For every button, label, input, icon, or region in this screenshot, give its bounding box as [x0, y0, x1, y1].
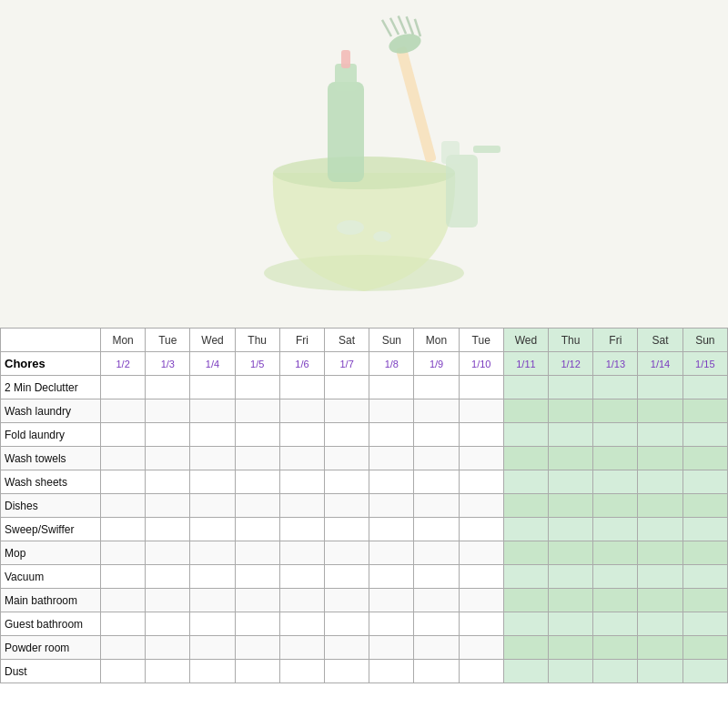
- chore-cell[interactable]: [235, 376, 279, 399]
- chore-cell[interactable]: [549, 565, 593, 589]
- chore-cell[interactable]: [369, 470, 414, 494]
- chore-cell[interactable]: [503, 541, 548, 565]
- chore-cell[interactable]: [682, 589, 727, 612]
- chore-cell[interactable]: [325, 447, 369, 470]
- chore-cell[interactable]: [549, 399, 593, 423]
- chore-cell[interactable]: [235, 565, 279, 589]
- chore-cell[interactable]: [414, 447, 459, 470]
- chore-cell[interactable]: [235, 612, 279, 636]
- chore-cell[interactable]: [190, 494, 235, 518]
- chore-cell[interactable]: [279, 447, 324, 470]
- chore-cell[interactable]: [325, 423, 369, 447]
- chore-cell[interactable]: [593, 589, 638, 612]
- chore-cell[interactable]: [549, 660, 593, 683]
- chore-cell[interactable]: [325, 470, 369, 494]
- chore-cell[interactable]: [235, 660, 279, 683]
- chore-cell[interactable]: [593, 660, 638, 683]
- chore-cell[interactable]: [369, 376, 414, 399]
- chore-cell[interactable]: [549, 589, 593, 612]
- chore-cell[interactable]: [682, 565, 727, 589]
- chore-cell[interactable]: [190, 423, 235, 447]
- chore-cell[interactable]: [146, 447, 190, 470]
- chore-cell[interactable]: [369, 636, 414, 660]
- chore-cell[interactable]: [459, 518, 503, 541]
- chore-cell[interactable]: [146, 518, 190, 541]
- chore-cell[interactable]: [682, 423, 727, 447]
- chore-cell[interactable]: [146, 376, 190, 399]
- chore-cell[interactable]: [325, 376, 369, 399]
- chore-cell[interactable]: [235, 494, 279, 518]
- chore-cell[interactable]: [459, 636, 503, 660]
- chore-cell[interactable]: [190, 612, 235, 636]
- chore-cell[interactable]: [414, 612, 459, 636]
- chore-cell[interactable]: [682, 636, 727, 660]
- chore-cell[interactable]: [593, 612, 638, 636]
- chore-cell[interactable]: [146, 612, 190, 636]
- chore-cell[interactable]: [503, 423, 548, 447]
- chore-cell[interactable]: [593, 541, 638, 565]
- chore-cell[interactable]: [503, 636, 548, 660]
- chore-cell[interactable]: [459, 612, 503, 636]
- chore-cell[interactable]: [190, 470, 235, 494]
- chore-cell[interactable]: [369, 565, 414, 589]
- chore-cell[interactable]: [638, 447, 682, 470]
- chore-cell[interactable]: [101, 541, 146, 565]
- chore-cell[interactable]: [459, 399, 503, 423]
- chore-cell[interactable]: [638, 636, 682, 660]
- chore-cell[interactable]: [503, 447, 548, 470]
- chore-cell[interactable]: [593, 423, 638, 447]
- chore-cell[interactable]: [549, 447, 593, 470]
- chore-cell[interactable]: [325, 589, 369, 612]
- chore-cell[interactable]: [190, 399, 235, 423]
- chore-cell[interactable]: [101, 518, 146, 541]
- chore-cell[interactable]: [101, 470, 146, 494]
- chore-cell[interactable]: [549, 518, 593, 541]
- chore-cell[interactable]: [459, 660, 503, 683]
- chore-cell[interactable]: [190, 518, 235, 541]
- chore-cell[interactable]: [593, 470, 638, 494]
- chore-cell[interactable]: [279, 541, 324, 565]
- chore-cell[interactable]: [638, 399, 682, 423]
- chore-cell[interactable]: [101, 399, 146, 423]
- chore-cell[interactable]: [459, 541, 503, 565]
- chore-cell[interactable]: [503, 589, 548, 612]
- chore-cell[interactable]: [459, 423, 503, 447]
- chore-cell[interactable]: [101, 660, 146, 683]
- chore-cell[interactable]: [414, 518, 459, 541]
- chore-cell[interactable]: [235, 470, 279, 494]
- chore-cell[interactable]: [638, 660, 682, 683]
- chore-cell[interactable]: [325, 541, 369, 565]
- chore-cell[interactable]: [682, 470, 727, 494]
- chore-cell[interactable]: [369, 589, 414, 612]
- chore-cell[interactable]: [369, 423, 414, 447]
- chore-cell[interactable]: [682, 376, 727, 399]
- chore-cell[interactable]: [279, 660, 324, 683]
- chore-cell[interactable]: [101, 423, 146, 447]
- chore-cell[interactable]: [279, 376, 324, 399]
- chore-cell[interactable]: [414, 565, 459, 589]
- chore-cell[interactable]: [549, 376, 593, 399]
- chore-cell[interactable]: [190, 565, 235, 589]
- chore-cell[interactable]: [503, 612, 548, 636]
- chore-cell[interactable]: [682, 447, 727, 470]
- chore-cell[interactable]: [414, 376, 459, 399]
- chore-cell[interactable]: [101, 494, 146, 518]
- chore-cell[interactable]: [279, 636, 324, 660]
- chore-cell[interactable]: [235, 589, 279, 612]
- chore-cell[interactable]: [414, 660, 459, 683]
- chore-cell[interactable]: [414, 470, 459, 494]
- chore-cell[interactable]: [503, 565, 548, 589]
- chore-cell[interactable]: [146, 541, 190, 565]
- chore-cell[interactable]: [593, 636, 638, 660]
- chore-cell[interactable]: [503, 660, 548, 683]
- chore-cell[interactable]: [369, 541, 414, 565]
- chore-cell[interactable]: [325, 399, 369, 423]
- chore-cell[interactable]: [101, 376, 146, 399]
- chore-cell[interactable]: [190, 376, 235, 399]
- chore-cell[interactable]: [549, 494, 593, 518]
- chore-cell[interactable]: [414, 399, 459, 423]
- chore-cell[interactable]: [638, 494, 682, 518]
- chore-cell[interactable]: [638, 541, 682, 565]
- chore-cell[interactable]: [682, 399, 727, 423]
- chore-cell[interactable]: [459, 565, 503, 589]
